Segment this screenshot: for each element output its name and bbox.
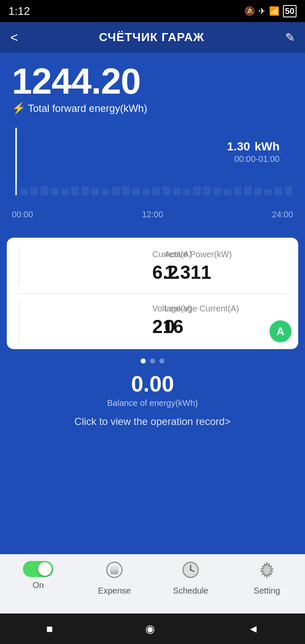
leakage-value: 0 [165,316,280,337]
stats-card: Current(A) 6.2 Active Power(kW) 1.311 Vo… [7,238,298,349]
svg-rect-4 [41,186,48,195]
toggle-knob [38,562,52,576]
svg-point-37 [190,569,191,571]
active-power-value: 1.311 [165,262,280,283]
dot-2 [150,358,155,364]
page-dots [0,353,305,366]
svg-rect-3 [30,187,38,195]
energy-label: ⚡ Total forward energy(kWh) [12,102,293,115]
svg-rect-15 [152,187,160,195]
active-power-label: Active Power(kW) [165,250,280,259]
balance-label: Balance of energy(kWh) [0,398,305,408]
page-title: СЧЁТЧИК ГАРАЖ [99,31,204,44]
edit-button[interactable]: ✎ [285,31,295,44]
svg-rect-24 [244,186,252,195]
axis-label-2: 24:00 [272,210,293,219]
svg-rect-19 [193,187,201,195]
svg-rect-5 [51,188,58,195]
sys-navbar: ■ ◉ ◄ [0,613,305,644]
nav-label-schedule: Schedule [173,586,208,596]
nav-item-schedule[interactable]: Schedule [152,561,229,596]
nav-label-expense: Expense [98,586,131,596]
status-icons: 🔕 ✈ 📶 50 [244,5,297,17]
schedule-icon [182,561,200,583]
balance-section: 0.00 Balance of energy(kWh) [0,366,305,410]
svg-rect-2 [20,189,28,195]
svg-rect-26 [264,189,272,195]
leakage-label: Leakage Current(A) [165,304,280,314]
airplane-icon: ✈ [258,6,266,16]
chart-svg [12,123,293,208]
silent-icon: 🔕 [244,6,255,16]
chart-axis: 00:00 12:00 24:00 [12,210,293,219]
svg-rect-20 [203,186,211,195]
toggle-switch[interactable] [23,561,53,577]
setting-icon [258,561,276,583]
operation-link[interactable]: Click to view the operation record> [0,410,305,430]
leakage-cell: Leakage Current(A) 0 [153,300,287,341]
svg-point-33 [110,566,119,569]
operation-link-text[interactable]: Click to view the operation record> [75,416,231,427]
back-button[interactable]: < [10,30,18,45]
svg-rect-16 [163,186,170,195]
back-system-button[interactable]: ◄ [248,622,259,636]
nav-label-on: On [33,580,44,590]
axis-label-0: 00:00 [12,210,33,219]
energy-section: 1244.20 ⚡ Total forward energy(kWh) [0,53,305,119]
energy-value: 1244.20 [12,63,293,99]
balance-value: 0.00 [0,371,305,397]
battery-icon: 50 [283,5,297,17]
chart-area: 1.30 kWh 00:00-01:00 [0,123,305,233]
svg-rect-9 [92,188,99,195]
svg-rect-27 [274,187,282,195]
nav-item-on[interactable]: On [0,561,76,590]
nav-label-setting: Setting [254,586,280,596]
app-header: < СЧЁТЧИК ГАРАЖ ✎ [0,22,305,53]
bottom-nav: On Expense Schedule [0,554,305,613]
svg-rect-13 [132,188,140,195]
horizontal-divider [19,293,286,294]
status-bar: 1:12 🔕 ✈ 📶 50 [0,0,305,22]
svg-rect-18 [183,189,191,195]
home-button[interactable]: ◉ [145,622,155,636]
active-power-cell: Active Power(kW) 1.311 [153,246,287,286]
svg-rect-12 [122,186,130,195]
nav-item-setting[interactable]: Setting [229,561,305,596]
svg-rect-6 [61,189,69,195]
wifi-icon: 📶 [269,6,280,16]
dot-1 [141,358,146,364]
axis-label-1: 12:00 [142,210,163,219]
svg-rect-28 [285,186,292,195]
vertical-divider-2 [19,300,19,341]
svg-rect-23 [234,187,241,195]
main-content: 1244.20 ⚡ Total forward energy(kWh) 1.30… [0,53,305,554]
stop-button[interactable]: ■ [46,622,53,636]
status-time: 1:12 [8,5,30,18]
svg-rect-22 [224,189,231,195]
svg-rect-14 [142,189,150,195]
vertical-divider [19,246,19,286]
svg-rect-7 [71,187,79,195]
stats-grid: Current(A) 6.2 Active Power(kW) 1.311 [19,246,286,286]
svg-rect-1 [15,183,17,195]
dot-3 [159,358,164,364]
svg-rect-21 [214,188,221,195]
nav-item-expense[interactable]: Expense [76,561,152,596]
svg-rect-17 [173,188,180,195]
expense-icon [105,561,123,583]
svg-rect-25 [254,188,262,195]
svg-rect-8 [81,186,89,195]
svg-rect-10 [102,189,109,195]
a-badge: A [269,320,291,342]
lightning-icon: ⚡ [12,102,25,115]
svg-rect-11 [112,187,119,195]
stats-grid-2: Voltage(V) 216 Leakage Current(A) 0 [19,300,286,341]
energy-label-text: Total forward energy(kWh) [28,103,147,114]
